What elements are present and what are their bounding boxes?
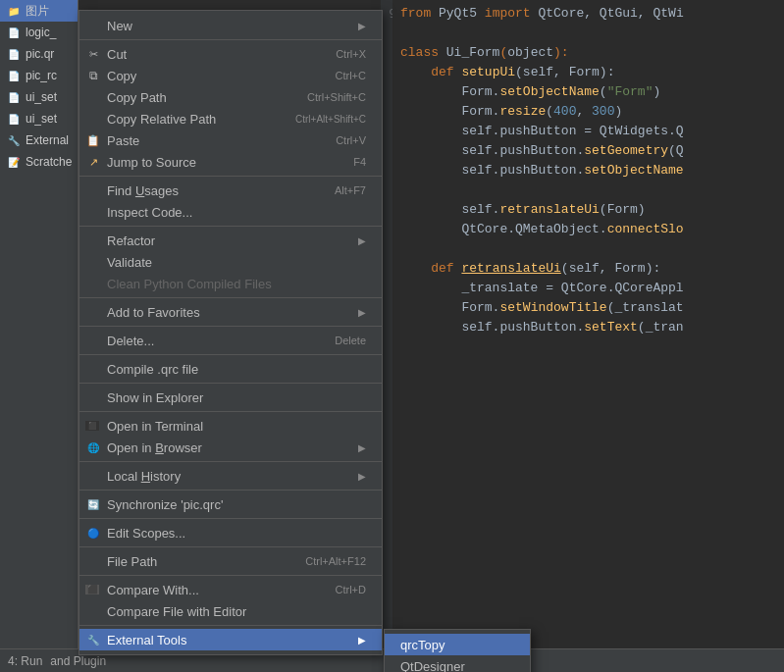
sidebar-item-label: ui_set xyxy=(26,112,57,126)
local-history-arrow-icon: ▶ xyxy=(358,471,366,482)
delete-label: Delete... xyxy=(107,334,154,348)
sidebar-item-label: pic_rc xyxy=(26,69,57,82)
file-icon: 📄 xyxy=(6,111,22,127)
menu-item-delete[interactable]: Delete... Delete xyxy=(79,330,382,351)
menu-item-refactor[interactable]: Refactor ▶ xyxy=(79,230,382,251)
code-line-1: from PyQt5 import QtCore, QtGui, QtWi xyxy=(400,4,776,24)
paste-label: Paste xyxy=(107,133,139,148)
menu-item-validate[interactable]: Validate xyxy=(79,251,382,273)
sidebar-item-label: Scratche xyxy=(26,155,72,169)
sidebar-item-label: ui_set xyxy=(26,90,57,104)
menu-item-inspect-code[interactable]: Inspect Code... xyxy=(79,201,382,223)
menu-item-open-browser[interactable]: 🌐 Open in Browser ▶ xyxy=(79,437,382,458)
find-usages-shortcut: Alt+F7 xyxy=(315,184,366,196)
folder-icon: 📁 xyxy=(6,3,22,19)
code-line-11: self.retranslateUi(Form) xyxy=(400,200,776,220)
browser-icon: 🌐 xyxy=(85,439,101,455)
menu-item-synchronize[interactable]: 🔄 Synchronize 'pic.qrc' xyxy=(79,493,382,515)
browser-arrow-icon: ▶ xyxy=(358,442,366,453)
menu-item-jump-to-source[interactable]: ↗ Jump to Source F4 xyxy=(79,151,382,173)
sidebar-item-scratch[interactable]: 📝 Scratche xyxy=(0,151,78,173)
sidebar-item-pic-rc[interactable]: 📄 pic_rc xyxy=(0,65,78,86)
sidebar-item-external[interactable]: 🔧 External xyxy=(0,129,78,151)
paste-shortcut: Ctrl+V xyxy=(316,134,366,146)
menu-item-paste[interactable]: 📋 Paste Ctrl+V xyxy=(79,129,382,151)
sidebar-item-images[interactable]: 📁 图片 xyxy=(0,0,78,22)
add-favorites-label: Add to Favorites xyxy=(107,305,200,320)
cut-shortcut: Ctrl+X xyxy=(316,48,366,60)
menu-item-copy-relative-path[interactable]: Copy Relative Path Ctrl+Alt+Shift+C xyxy=(79,108,382,129)
code-line-17: self.pushButton.setText(_tran xyxy=(400,318,776,337)
menu-item-compile-qrc[interactable]: Compile .qrc file xyxy=(79,358,382,380)
jump-icon: ↗ xyxy=(85,154,101,170)
separator-5 xyxy=(79,326,382,327)
submenu-item-qrctopy[interactable]: qrcTopy xyxy=(385,634,530,655)
inspect-code-label: Inspect Code... xyxy=(107,205,192,220)
file-path-label: File Path xyxy=(107,554,157,569)
menu-item-external-tools[interactable]: 🔧 External Tools ▶ qrcTopy QtDesigner Py… xyxy=(79,629,382,650)
sidebar-item-ui-set2[interactable]: 📄 ui_set xyxy=(0,108,78,129)
copy-path-label: Copy Path xyxy=(107,90,167,105)
bottom-bar-run: 4: Run xyxy=(8,654,42,668)
code-line-blank3 xyxy=(400,239,776,259)
sidebar-item-label: 图片 xyxy=(26,3,49,20)
code-line-7: self.pushButton = QtWidgets.Q xyxy=(400,122,776,141)
separator-12 xyxy=(79,546,382,547)
code-line-15: _translate = QtCore.QCoreAppl xyxy=(400,279,776,298)
menu-item-compare-file-editor[interactable]: Compare File with Editor xyxy=(79,600,382,622)
separator-4 xyxy=(79,297,382,298)
cut-label: Cut xyxy=(107,47,127,62)
menu-item-compare-with[interactable]: ⬛ Compare With... Ctrl+D xyxy=(79,579,382,600)
code-line-12: QtCore.QMetaObject.connectSlo xyxy=(400,220,776,239)
scratch-icon: 📝 xyxy=(6,154,22,170)
sidebar-item-ui-set1[interactable]: 📄 ui_set xyxy=(0,86,78,108)
separator-14 xyxy=(79,625,382,626)
cut-icon: ✂ xyxy=(85,46,101,62)
code-line-9: self.pushButton.setObjectName xyxy=(400,161,776,181)
show-explorer-label: Show in Explorer xyxy=(107,390,203,405)
open-terminal-label: Open in Terminal xyxy=(107,419,203,434)
menu-item-local-history[interactable]: Local History ▶ xyxy=(79,465,382,487)
menu-item-open-terminal[interactable]: ⬛ Open in Terminal xyxy=(79,415,382,437)
sidebar-item-label: External xyxy=(26,133,69,147)
menu-item-file-path[interactable]: File Path Ctrl+Alt+F12 xyxy=(79,550,382,572)
edit-scopes-label: Edit Scopes... xyxy=(107,526,185,541)
code-line-14: def retranslateUi(self, Form): xyxy=(400,259,776,279)
favorites-arrow-icon: ▶ xyxy=(358,307,366,318)
menu-item-show-explorer[interactable]: Show in Explorer xyxy=(79,387,382,408)
copy-relative-label: Copy Relative Path xyxy=(107,112,216,127)
menu-item-edit-scopes[interactable]: 🔵 Edit Scopes... xyxy=(79,522,382,543)
compare-with-shortcut: Ctrl+D xyxy=(316,584,366,595)
separator-8 xyxy=(79,411,382,412)
code-line-4: def setupUi(self, Form): xyxy=(400,63,776,82)
synchronize-label: Synchronize 'pic.qrc' xyxy=(107,497,223,512)
separator-6 xyxy=(79,354,382,355)
sidebar-item-logic[interactable]: 📄 logic_ xyxy=(0,22,78,43)
separator-10 xyxy=(79,490,382,491)
scopes-icon: 🔵 xyxy=(85,525,101,541)
copy-icon: ⧉ xyxy=(85,68,101,83)
file-path-shortcut: Ctrl+Alt+F12 xyxy=(286,555,366,567)
code-line-3: class Ui_Form(object): xyxy=(400,43,776,63)
menu-item-copy[interactable]: ⧉ Copy Ctrl+C xyxy=(79,65,382,86)
refactor-arrow-icon: ▶ xyxy=(358,235,366,246)
sync-icon: 🔄 xyxy=(85,496,101,512)
external-tools-label: External Tools xyxy=(107,633,186,647)
separator-11 xyxy=(79,518,382,519)
sidebar-item-label: logic_ xyxy=(26,26,56,39)
external-tools-icon: 🔧 xyxy=(85,632,101,647)
code-line-16: Form.setWindowTitle(_translat xyxy=(400,298,776,318)
submenu-item-qtdesigner[interactable]: QtDesigner xyxy=(385,655,530,672)
menu-item-cut[interactable]: ✂ Cut Ctrl+X xyxy=(79,43,382,65)
menu-item-new[interactable]: New ▶ xyxy=(79,15,382,36)
sidebar-item-pic-qr[interactable]: 📄 pic.qr xyxy=(0,43,78,65)
open-browser-label: Open in Browser xyxy=(107,440,202,455)
copy-shortcut: Ctrl+C xyxy=(316,70,366,81)
separator-3 xyxy=(79,226,382,227)
code-editor[interactable]: from PyQt5 import QtCore, QtGui, QtWi cl… xyxy=(392,0,784,672)
menu-item-find-usages[interactable]: Find Usages Alt+F7 xyxy=(79,180,382,201)
clean-python-label: Clean Python Compiled Files xyxy=(107,277,272,291)
menu-item-add-favorites[interactable]: Add to Favorites ▶ xyxy=(79,301,382,323)
menu-item-copy-path[interactable]: Copy Path Ctrl+Shift+C xyxy=(79,86,382,108)
code-line-5: Form.setObjectName("Form") xyxy=(400,82,776,102)
